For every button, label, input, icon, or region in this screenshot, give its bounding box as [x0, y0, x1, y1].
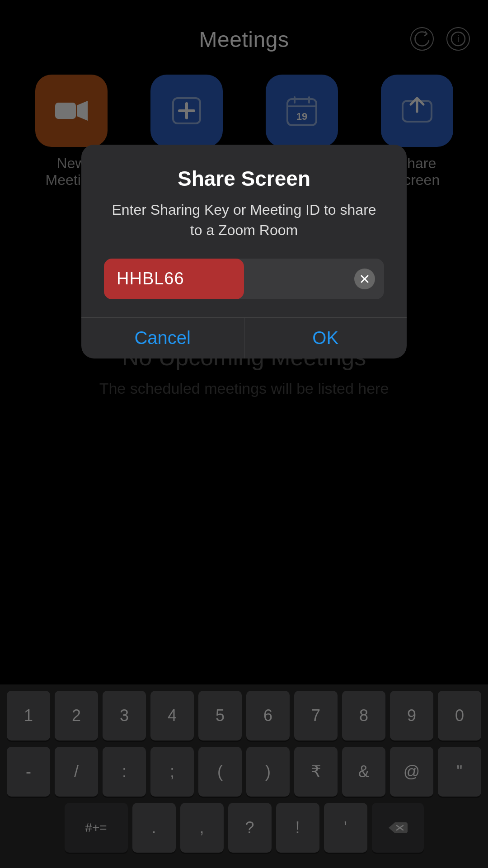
sharing-key-input[interactable]: [104, 259, 384, 299]
modal-subtitle: Enter Sharing Key or Meeting ID to share…: [104, 200, 384, 241]
cancel-button[interactable]: Cancel: [81, 318, 244, 359]
clear-input-button[interactable]: [354, 269, 375, 289]
ok-button[interactable]: OK: [244, 318, 407, 359]
modal-content: Share Screen Enter Sharing Key or Meetin…: [81, 145, 407, 299]
share-screen-modal: Share Screen Enter Sharing Key or Meetin…: [81, 145, 407, 359]
modal-title: Share Screen: [104, 166, 384, 191]
modal-overlay: Share Screen Enter Sharing Key or Meetin…: [0, 0, 488, 868]
modal-buttons: Cancel OK: [81, 318, 407, 359]
input-wrapper: HHBL66: [104, 259, 384, 299]
